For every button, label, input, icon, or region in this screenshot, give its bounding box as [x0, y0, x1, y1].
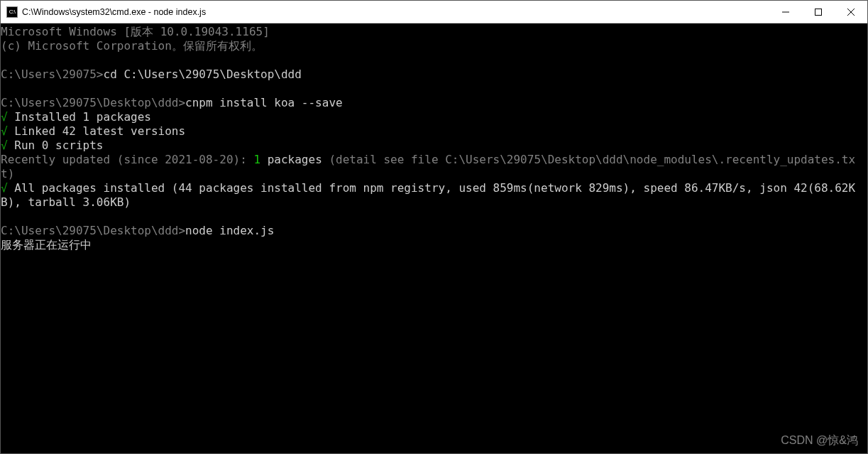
cmd-icon: C:\ — [6, 6, 18, 18]
window-controls — [769, 1, 867, 23]
check-icon: √ — [1, 139, 8, 152]
maximize-icon — [815, 9, 822, 16]
output-line: √ Linked 42 latest versions — [1, 124, 185, 138]
minimize-button[interactable] — [769, 1, 802, 23]
prompt-line-1: C:\Users\29075>cd C:\Users\29075\Desktop… — [1, 67, 302, 81]
recent-updates-line: Recently updated (since 2021-08-20): 1 p… — [1, 153, 855, 180]
maximize-button[interactable] — [802, 1, 835, 23]
prompt-cmd: node index.js — [185, 224, 274, 237]
check-icon: √ — [1, 124, 8, 138]
minimize-icon — [782, 9, 789, 16]
copyright-line: (c) Microsoft Corporation。保留所有权利。 — [1, 39, 263, 53]
prompt-cmd: cd C:\Users\29075\Desktop\ddd — [104, 67, 302, 81]
output-text: Run 0 scripts — [8, 139, 104, 152]
check-icon: √ — [1, 110, 8, 124]
titlebar[interactable]: C:\ C:\Windows\system32\cmd.exe - node i… — [1, 1, 867, 23]
output-line: √ Run 0 scripts — [1, 139, 104, 152]
prompt-line-3: C:\Users\29075\Desktop\ddd>node index.js — [1, 224, 274, 237]
output-text: All packages installed (44 packages inst… — [1, 181, 855, 209]
banner-line: Microsoft Windows [版本 10.0.19043.1165] — [1, 25, 270, 38]
output-text: packages — [260, 153, 329, 166]
output-text: Recently updated (since 2021-08-20): — [1, 153, 253, 166]
output-count: 1 — [253, 153, 260, 166]
prompt-line-2: C:\Users\29075\Desktop\ddd>cnpm install … — [1, 96, 343, 109]
prompt-cmd: cnpm install koa --save — [185, 96, 343, 109]
output-line: √ All packages installed (44 packages in… — [1, 181, 855, 209]
terminal-output[interactable]: Microsoft Windows [版本 10.0.19043.1165] (… — [1, 23, 867, 453]
window-title: C:\Windows\system32\cmd.exe - node index… — [22, 7, 769, 17]
output-line: √ Installed 1 packages — [1, 110, 151, 124]
close-icon — [847, 9, 855, 16]
prompt-path: C:\Users\29075\Desktop\ddd> — [1, 96, 185, 109]
server-running-line: 服务器正在运行中 — [1, 238, 92, 252]
prompt-path: C:\Users\29075\Desktop\ddd> — [1, 224, 185, 237]
svg-rect-1 — [815, 9, 822, 15]
close-button[interactable] — [835, 1, 867, 23]
prompt-path: C:\Users\29075> — [1, 67, 104, 81]
output-text: Installed 1 packages — [8, 110, 151, 124]
cmd-window: C:\ C:\Windows\system32\cmd.exe - node i… — [0, 0, 868, 454]
check-icon: √ — [1, 181, 8, 195]
output-text: Linked 42 latest versions — [8, 124, 185, 138]
